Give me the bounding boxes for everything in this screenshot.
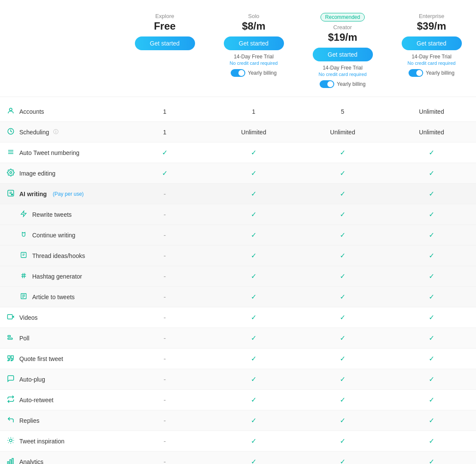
enterprise-price: $39/m bbox=[394, 20, 470, 32]
plan-creator: Recommended Creator $19/m Get started 14… bbox=[298, 9, 387, 92]
feature-value-cell: ✓ bbox=[298, 330, 387, 346]
feature-value-cell: ✓ bbox=[387, 371, 476, 388]
creator-yearly-label: Yearly billing bbox=[337, 81, 366, 87]
feature-value-cell: ✓ bbox=[387, 288, 476, 305]
explore-get-started[interactable]: Get started bbox=[135, 36, 195, 50]
enterprise-no-credit: No credit card required bbox=[394, 61, 470, 66]
feature-value-cell: ✓ bbox=[209, 412, 298, 429]
dash-icon: - bbox=[164, 190, 166, 197]
feature-value-cell: 1 bbox=[209, 104, 298, 119]
check-icon: ✓ bbox=[340, 437, 345, 445]
feature-value-cell: ✓ bbox=[209, 268, 298, 285]
creator-get-started[interactable]: Get started bbox=[313, 48, 373, 61]
check-icon: ✓ bbox=[340, 293, 345, 300]
feature-label-text: Poll bbox=[19, 335, 29, 342]
feature-label-text: Scheduling bbox=[19, 129, 49, 136]
creator-no-credit: No credit card required bbox=[305, 72, 381, 77]
feature-label-text: Accounts bbox=[19, 108, 44, 115]
enterprise-yearly-toggle[interactable] bbox=[409, 69, 423, 77]
check-icon: ✓ bbox=[251, 376, 256, 383]
feature-value-cell: ✓ bbox=[298, 288, 387, 305]
check-icon: ✓ bbox=[162, 149, 168, 156]
feature-value-cell: ✓ bbox=[209, 288, 298, 305]
check-icon: ✓ bbox=[429, 190, 434, 197]
feature-name-cell: Videos bbox=[0, 309, 120, 327]
feature-name-cell: Tweet inspiration bbox=[0, 432, 120, 450]
dash-icon: - bbox=[164, 211, 166, 218]
feature-name-cell: Article to tweets bbox=[0, 288, 120, 306]
feature-row: Tweet inspiration-✓✓✓ bbox=[0, 431, 476, 452]
feature-label-text: Auto-plug bbox=[19, 376, 45, 383]
check-icon: ✓ bbox=[340, 355, 345, 362]
feature-value-cell: ✓ bbox=[387, 350, 476, 367]
check-icon: ✓ bbox=[340, 252, 345, 259]
feature-label-text: Article to tweets bbox=[32, 294, 75, 300]
dash-icon: - bbox=[164, 396, 166, 403]
enterprise-trial: 14-Day Free Trial bbox=[394, 54, 470, 60]
check-icon: ✓ bbox=[429, 149, 434, 156]
enterprise-get-started[interactable]: Get started bbox=[402, 36, 462, 50]
image-editing-icon bbox=[6, 169, 15, 178]
feature-value-cell: ✓ bbox=[387, 165, 476, 182]
feature-row: Rewrite tweets-✓✓✓ bbox=[0, 204, 476, 225]
svg-rect-35 bbox=[8, 461, 9, 464]
feature-name-cell: Analytics bbox=[0, 453, 120, 464]
svg-rect-22 bbox=[8, 314, 12, 319]
rewrite-tweets-icon bbox=[19, 210, 28, 219]
dash-icon: - bbox=[164, 458, 166, 464]
feature-value-cell: ✓ bbox=[209, 330, 298, 346]
feature-name-cell: Auto-retweet bbox=[0, 391, 120, 409]
feature-row: Poll-✓✓✓ bbox=[0, 328, 476, 349]
check-icon: ✓ bbox=[251, 458, 256, 464]
feature-value-cell: ✓ bbox=[387, 185, 476, 202]
feature-value-cell: ✓ bbox=[298, 268, 387, 285]
feature-row: Accounts115Unlimited bbox=[0, 101, 476, 122]
feature-value-cell: ✓ bbox=[209, 391, 298, 408]
solo-yearly-toggle[interactable] bbox=[231, 69, 245, 77]
check-icon: ✓ bbox=[429, 170, 434, 177]
enterprise-yearly-label: Yearly billing bbox=[426, 70, 455, 76]
svg-line-29 bbox=[8, 438, 9, 438]
dash-icon: - bbox=[164, 314, 166, 321]
feature-value-cell: ✓ bbox=[298, 433, 387, 449]
feature-row: Analytics-✓✓✓ bbox=[0, 452, 476, 464]
header-divider bbox=[0, 97, 476, 97]
feature-name-cell: Auto-plug bbox=[0, 370, 120, 388]
creator-yearly: Yearly billing bbox=[305, 80, 381, 88]
check-icon: ✓ bbox=[251, 231, 256, 239]
feature-row: Continue writing-✓✓✓ bbox=[0, 225, 476, 246]
feature-value-cell: ✓ bbox=[298, 206, 387, 223]
feature-value-cell: ✓ bbox=[387, 247, 476, 264]
dash-icon: - bbox=[164, 376, 166, 383]
feature-value-cell: ✓ bbox=[209, 309, 298, 326]
dash-icon: - bbox=[164, 273, 166, 280]
solo-tier: Solo bbox=[216, 13, 292, 19]
features-table: Accounts115UnlimitedScheduling ⓘ1Unlimit… bbox=[0, 101, 476, 464]
feature-value-cell: ✓ bbox=[387, 144, 476, 161]
info-icon[interactable]: ⓘ bbox=[53, 128, 58, 136]
feature-value-cell: ✓ bbox=[387, 268, 476, 285]
pay-per-use-link[interactable]: (Pay per use) bbox=[53, 191, 84, 197]
svg-point-0 bbox=[9, 108, 12, 111]
article-to-tweets-icon bbox=[19, 293, 28, 301]
svg-rect-36 bbox=[10, 460, 11, 464]
creator-yearly-toggle[interactable] bbox=[320, 80, 334, 88]
svg-line-34 bbox=[13, 438, 13, 438]
feature-value-cell: - bbox=[120, 268, 209, 285]
feature-value-cell: ✓ bbox=[298, 227, 387, 243]
creator-tier: Creator bbox=[305, 24, 381, 30]
dash-icon: - bbox=[164, 437, 166, 445]
feature-value-cell: ✓ bbox=[387, 453, 476, 464]
feature-label-text: Tweet inspiration bbox=[19, 438, 64, 445]
solo-no-credit: No credit card required bbox=[216, 61, 292, 66]
check-icon: ✓ bbox=[340, 273, 345, 280]
feature-value-cell: ✓ bbox=[120, 144, 209, 161]
feature-value-cell: ✓ bbox=[298, 144, 387, 161]
tweet-inspiration-icon bbox=[6, 437, 15, 446]
solo-get-started[interactable]: Get started bbox=[224, 36, 284, 50]
check-icon: ✓ bbox=[429, 355, 434, 362]
check-icon: ✓ bbox=[429, 293, 434, 300]
feature-value-cell: 5 bbox=[298, 104, 387, 119]
feature-value-cell: - bbox=[120, 454, 209, 464]
accounts-icon bbox=[6, 107, 15, 116]
